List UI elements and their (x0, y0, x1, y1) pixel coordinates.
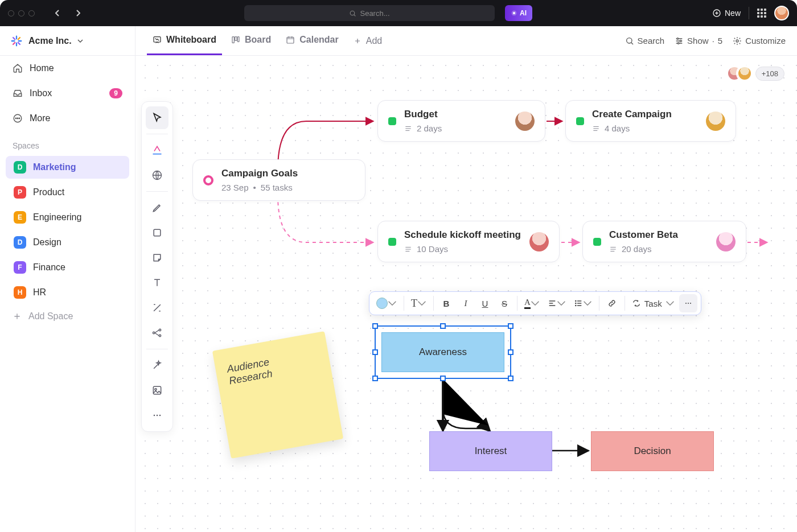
lines-icon (609, 245, 617, 253)
space-finance[interactable]: F Finance (6, 256, 129, 279)
align-button[interactable] (544, 294, 569, 312)
bold-button[interactable]: B (437, 294, 455, 312)
text-icon (151, 277, 163, 288)
assignee-avatar[interactable] (706, 112, 725, 131)
node-create-campaign[interactable]: Create Campaign 4 days (565, 100, 736, 142)
lines-icon (404, 125, 412, 133)
add-space-button[interactable]: Add Space (0, 305, 135, 328)
italic-button[interactable]: I (457, 294, 475, 312)
mindmap-tool[interactable] (146, 321, 169, 344)
lines-icon (592, 125, 600, 133)
collaborator-overflow[interactable]: +108 (755, 67, 784, 81)
resize-handle[interactable] (440, 376, 446, 381)
image-tool[interactable] (146, 379, 169, 402)
tab-calendar[interactable]: Calendar (280, 26, 344, 55)
text-tool[interactable] (146, 271, 169, 294)
forward-button[interactable] (70, 5, 86, 21)
assignee-avatar[interactable] (529, 232, 549, 251)
shape-awareness[interactable]: Awareness (381, 332, 504, 372)
resize-handle[interactable] (508, 323, 513, 329)
font-size-button[interactable]: T (408, 294, 430, 312)
view-search[interactable]: Search (625, 36, 665, 46)
space-engineering[interactable]: E Engineering (6, 206, 129, 229)
ai-tool[interactable] (146, 139, 169, 162)
strike-button[interactable]: S (495, 294, 513, 312)
assignee-avatar[interactable] (716, 232, 736, 251)
resize-handle[interactable] (508, 376, 513, 381)
user-avatar[interactable] (774, 6, 789, 20)
svg-point-0 (351, 11, 355, 15)
cursor-icon (151, 112, 163, 123)
resize-handle[interactable] (372, 323, 378, 329)
whiteboard-canvas[interactable]: +108 (135, 56, 797, 532)
effects-tool[interactable] (146, 354, 169, 377)
collaborator-avatar[interactable] (737, 66, 752, 81)
convert-task-button[interactable]: Task (628, 294, 678, 312)
svg-rect-11 (237, 37, 239, 42)
node-kickoff[interactable]: Schedule kickoff meeting 10 Days (377, 221, 560, 262)
svg-point-14 (677, 38, 679, 39)
list-button[interactable] (570, 294, 595, 312)
chevron-down-icon (583, 299, 592, 308)
svg-point-24 (155, 389, 157, 390)
tab-board[interactable]: Board (225, 26, 277, 55)
sidebar-nav-more[interactable]: More (0, 106, 135, 131)
node-budget[interactable]: Budget 2 days (377, 100, 545, 142)
more-format-button[interactable] (679, 294, 697, 312)
assignee-avatar[interactable] (515, 112, 535, 131)
svg-point-26 (157, 415, 158, 416)
sidebar-nav-home[interactable]: Home (0, 56, 135, 81)
node-customer-beta[interactable]: Customer Beta 20 days (582, 221, 746, 262)
shape-interest[interactable]: Interest (429, 431, 552, 471)
add-view-button[interactable]: Add (348, 36, 388, 46)
resize-handle[interactable] (508, 349, 513, 355)
node-campaign-goals[interactable]: Campaign Goals 23 Sep • 55 tasks (192, 159, 365, 201)
more-tools[interactable] (146, 404, 169, 427)
more-icon (13, 113, 23, 123)
resize-handle[interactable] (372, 376, 378, 381)
tab-whiteboard[interactable]: Whiteboard (147, 26, 222, 55)
resize-handle[interactable] (372, 349, 378, 355)
svg-rect-10 (235, 37, 237, 41)
pen-tool[interactable] (146, 196, 169, 219)
sliders-icon (675, 36, 684, 46)
sidebar-nav-inbox[interactable]: Inbox 9 (0, 81, 135, 106)
select-tool[interactable] (146, 106, 169, 129)
global-search[interactable]: Search... (244, 5, 495, 21)
space-design[interactable]: D Design (6, 231, 129, 254)
fill-color-button[interactable] (373, 294, 400, 312)
new-button[interactable]: New (712, 9, 741, 18)
web-tool[interactable] (146, 164, 169, 187)
space-product[interactable]: P Product (6, 181, 129, 204)
sticky-tool[interactable] (146, 246, 169, 269)
apps-grid-button[interactable] (757, 9, 766, 18)
window-controls[interactable] (8, 10, 35, 17)
underline-button[interactable]: U (476, 294, 494, 312)
status-green-icon (388, 117, 396, 125)
shape-tool[interactable] (146, 221, 169, 244)
customize-button[interactable]: Customize (733, 36, 786, 46)
text-color-button[interactable]: A (521, 294, 543, 312)
workspace-switcher[interactable]: Acme Inc. (0, 26, 135, 56)
svg-point-33 (576, 305, 576, 306)
lines-icon (404, 245, 412, 253)
sparkle-icon (511, 10, 517, 17)
sticky-note[interactable]: Audience Research (212, 331, 343, 459)
space-hr[interactable]: H HR (6, 281, 129, 304)
connector-tool[interactable] (146, 296, 169, 319)
chevron-down-icon (77, 39, 83, 43)
back-button[interactable] (50, 5, 65, 21)
shape-decision[interactable]: Decision (591, 431, 714, 471)
svg-rect-23 (153, 386, 161, 394)
collaborator-strip: +108 (732, 66, 784, 81)
svg-point-25 (154, 415, 155, 416)
space-marketing[interactable]: D Marketing (6, 156, 129, 179)
spaces-header: Spaces (0, 131, 135, 155)
workspace-name: Acme Inc. (28, 36, 72, 46)
link-button[interactable] (603, 294, 621, 312)
resize-handle[interactable] (440, 323, 446, 329)
ai-button[interactable]: AI (505, 5, 532, 21)
svg-point-22 (159, 335, 161, 336)
show-control[interactable]: Show·5 (675, 36, 722, 46)
svg-point-16 (677, 42, 679, 44)
